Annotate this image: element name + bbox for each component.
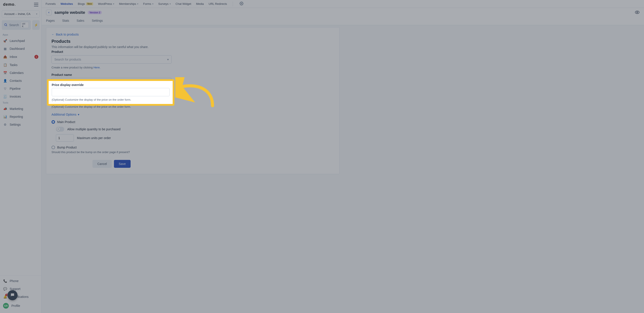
tutorial-highlight: Price display override (Optional) Custom…	[47, 79, 174, 106]
price-override-input-hl[interactable]	[52, 88, 170, 96]
price-override-label-hl: Price display override	[52, 83, 170, 87]
dim-overlay	[0, 0, 644, 313]
price-override-hint-hl: (Optional) Customize the display of the …	[52, 98, 170, 101]
